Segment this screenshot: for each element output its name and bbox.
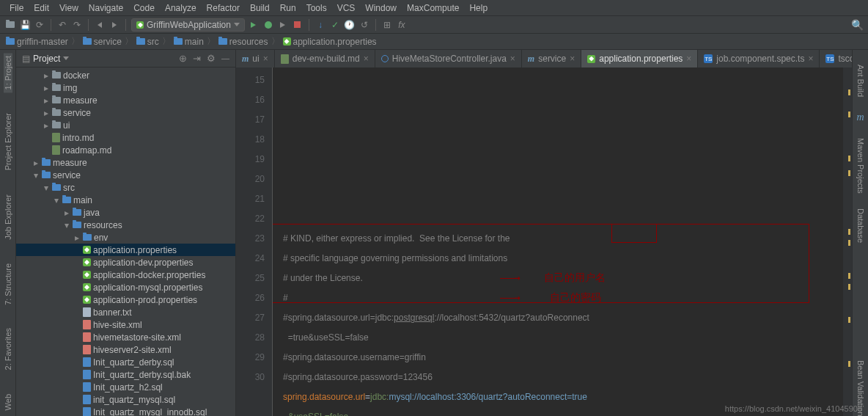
close-icon[interactable] <box>686 54 691 64</box>
tool-job-explorer[interactable]: Job Explorer <box>4 191 12 243</box>
tree-item[interactable]: docker <box>16 69 235 81</box>
tab-job-component-spec-ts[interactable]: job.component.spec.ts <box>698 50 820 67</box>
tab-HiveMetaStoreController-java[interactable]: HiveMetaStoreController.java <box>375 50 522 67</box>
menu-view[interactable]: View <box>54 3 84 13</box>
tree-item[interactable]: hiveserver2-site.xml <box>16 343 235 356</box>
code-content[interactable]: ———→ 自己的用户名 ———→ 自己的密码 # KIND, either ex… <box>273 67 852 416</box>
search-everywhere-icon[interactable] <box>851 19 864 31</box>
tree-item[interactable]: application-mysql.properties <box>16 281 235 293</box>
tool--structure[interactable]: 7: Structure <box>4 260 12 308</box>
tool--project[interactable]: 1: Project <box>4 53 12 92</box>
menu-edit[interactable]: Edit <box>29 3 54 13</box>
menu-code[interactable]: Code <box>128 3 160 13</box>
tree-item[interactable]: resources <box>16 219 235 231</box>
structure-icon[interactable]: ⊞ <box>381 19 393 31</box>
tool--favorites[interactable]: 2: Favorites <box>4 325 12 373</box>
stop-icon[interactable] <box>292 19 304 31</box>
tree-item[interactable]: application.properties <box>16 244 235 256</box>
tree-item[interactable]: java <box>16 206 235 219</box>
menu-window[interactable]: Window <box>360 3 402 13</box>
tool-database[interactable]: Database <box>856 208 865 243</box>
project-tree[interactable]: dockerimgmeasureserviceuiintro.mdroadmap… <box>16 67 235 416</box>
tree-item[interactable]: Init_quartz_mysql_innodb.sql <box>16 406 235 416</box>
menu-build[interactable]: Build <box>245 3 275 13</box>
coverage-icon[interactable] <box>277 19 289 31</box>
tab-dev-env-build-md[interactable]: dev-env-build.md <box>275 50 375 67</box>
fx-icon[interactable]: fx <box>396 19 408 31</box>
vcs-revert-icon[interactable]: ↺ <box>358 19 370 31</box>
menu-file[interactable]: File <box>4 3 29 13</box>
tree-item[interactable]: measure <box>16 94 235 106</box>
close-icon[interactable] <box>263 54 268 64</box>
tool-project-explorer[interactable]: Project Explorer <box>4 110 12 173</box>
tool-web[interactable]: Web <box>4 391 12 413</box>
breadcrumb-item[interactable]: resources <box>218 37 268 47</box>
breadcrumb-item[interactable]: griffin-master <box>6 37 68 47</box>
tree-item[interactable]: measure <box>16 156 235 169</box>
tree-item[interactable]: hivemetastore-site.xml <box>16 331 235 343</box>
close-icon[interactable] <box>570 54 575 64</box>
tree-item[interactable]: img <box>16 81 235 94</box>
menu-navigate[interactable]: Navigate <box>84 3 128 13</box>
tree-item[interactable]: env <box>16 231 235 244</box>
back-icon[interactable] <box>94 19 106 31</box>
open-icon[interactable] <box>4 19 16 31</box>
tree-item[interactable]: Init_quartz_h2.sql <box>16 381 235 393</box>
refresh-icon[interactable]: ⟳ <box>34 19 45 31</box>
vcs-update-icon[interactable]: ↓ <box>315 19 326 31</box>
tree-item[interactable]: ui <box>16 119 235 131</box>
tree-item[interactable]: application-dev.properties <box>16 256 235 269</box>
menu-maxcompute[interactable]: MaxCompute <box>402 3 464 13</box>
tree-item[interactable]: roadmap.md <box>16 144 235 156</box>
tab-tsconfig-json[interactable]: tsconfig.json <box>820 50 852 67</box>
tree-item[interactable]: service <box>16 169 235 181</box>
redo-icon[interactable]: ↷ <box>71 19 83 31</box>
save-icon[interactable]: 💾 <box>19 19 31 31</box>
tree-item[interactable]: Init_quartz_derby.sql.bak <box>16 368 235 381</box>
close-icon[interactable] <box>510 54 515 64</box>
breadcrumb-item[interactable]: service <box>83 37 122 47</box>
breadcrumb-item[interactable]: src <box>136 37 159 47</box>
tree-item[interactable]: service <box>16 106 235 119</box>
tab-ui[interactable]: mui <box>236 50 275 67</box>
menu-vcs[interactable]: VCS <box>332 3 361 13</box>
tab-service[interactable]: mservice <box>522 50 581 67</box>
debug-icon[interactable] <box>262 19 274 31</box>
sql-icon <box>83 382 91 392</box>
forward-icon[interactable] <box>108 19 120 31</box>
marker-stripe[interactable] <box>843 67 852 416</box>
breadcrumb-item[interactable]: application.properties <box>283 37 377 47</box>
vcs-history-icon[interactable]: 🕐 <box>344 19 356 31</box>
tree-item[interactable]: application-prod.properties <box>16 293 235 306</box>
hide-icon[interactable] <box>221 53 229 64</box>
tree-item[interactable]: hive-site.xml <box>16 318 235 331</box>
tree-item[interactable]: init_quartz_mysql.sql <box>16 393 235 406</box>
run-icon[interactable] <box>248 19 260 31</box>
tree-item[interactable]: banner.txt <box>16 306 235 318</box>
tree-item[interactable]: application-docker.properties <box>16 269 235 281</box>
gear-icon[interactable] <box>207 53 216 64</box>
vcs-commit-icon[interactable]: ✓ <box>329 19 341 31</box>
menu-refactor[interactable]: Refactor <box>202 3 245 13</box>
run-config-selector[interactable]: GriffinWebApplication <box>131 18 245 32</box>
breadcrumb-item[interactable]: main <box>174 37 204 47</box>
menu-help[interactable]: Help <box>464 3 493 13</box>
autoscroll-icon[interactable] <box>179 53 187 64</box>
m-icon: m <box>242 54 249 65</box>
chevron-down-icon[interactable] <box>63 56 69 60</box>
undo-icon[interactable]: ↶ <box>56 19 68 31</box>
tree-item[interactable]: Init_quartz_derby.sql <box>16 356 235 368</box>
menu-analyze[interactable]: Analyze <box>160 3 202 13</box>
tree-item[interactable]: main <box>16 194 235 206</box>
close-icon[interactable] <box>808 54 813 64</box>
tree-item[interactable]: src <box>16 181 235 194</box>
close-icon[interactable] <box>364 54 369 64</box>
tool-maven-projects[interactable]: Maven Projects <box>856 138 865 194</box>
expand-icon[interactable]: ⇥ <box>193 53 201 64</box>
tab-application-properties[interactable]: application.properties <box>581 50 698 67</box>
menu-run[interactable]: Run <box>275 3 301 13</box>
tool-ant-build[interactable]: Ant Build <box>856 65 865 97</box>
menu-tools[interactable]: Tools <box>301 3 332 13</box>
code-editor[interactable]: 15161718192021222324252627282930 ———→ 自己… <box>236 67 852 416</box>
tree-item[interactable]: intro.md <box>16 131 235 144</box>
